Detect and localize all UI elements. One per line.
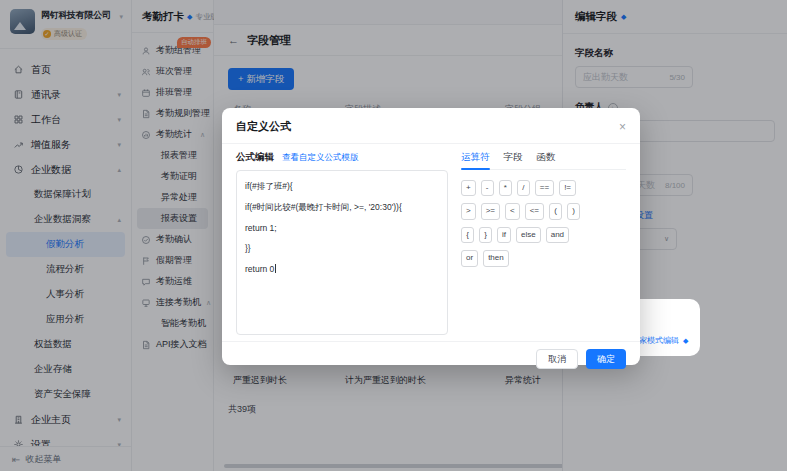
code-line: if(#时间比较#(最晚打卡时间, >=, '20:30')){ [245, 197, 439, 218]
operator-button[interactable]: } [479, 227, 492, 243]
app-window: 网钉科技有限公司 ✓ 高级认证 ▾ 首页 通讯录▾ 工作台▾ 增值服务▾ 企业数… [0, 0, 787, 471]
dialog-title: 自定义公式 [236, 119, 291, 134]
operator-button[interactable]: and [546, 227, 569, 243]
operator-button[interactable]: < [505, 203, 520, 219]
formula-editor-label: 公式编辑 [236, 151, 274, 164]
operator-button[interactable]: + [461, 180, 476, 196]
formula-toolbox-tabs: 运算符 字段 函数 [461, 151, 626, 170]
code-line: if(#排了班#){ [245, 176, 439, 197]
operator-button[interactable]: or [461, 250, 478, 266]
code-line: }} [245, 238, 439, 259]
custom-formula-dialog: 自定义公式 × 公式编辑 查看自定义公式模版 if(#排了班#){ if(#时间… [222, 108, 640, 365]
text-cursor [275, 264, 276, 273]
pro-diamond-icon: ◆ [683, 337, 688, 345]
formula-template-link[interactable]: 查看自定义公式模版 [282, 152, 359, 164]
tab-fields[interactable]: 字段 [504, 151, 523, 164]
dialog-header: 自定义公式 × [222, 108, 640, 144]
operator-button[interactable]: if [497, 227, 511, 243]
operator-button[interactable]: * [499, 180, 512, 196]
operator-button[interactable]: / [517, 180, 530, 196]
close-icon[interactable]: × [619, 121, 626, 133]
code-line: return 1; [245, 218, 439, 239]
operator-button[interactable]: { [461, 227, 474, 243]
formula-code-editor[interactable]: if(#排了班#){ if(#时间比较#(最晚打卡时间, >=, '20:30'… [236, 170, 448, 335]
operator-button[interactable]: <= [525, 203, 544, 219]
code-line: return 0 [245, 259, 439, 280]
operator-button[interactable]: ) [567, 203, 580, 219]
tab-operators[interactable]: 运算符 [461, 151, 490, 164]
operator-button[interactable]: then [483, 250, 509, 266]
tab-functions[interactable]: 函数 [537, 151, 556, 164]
operator-button[interactable]: >= [481, 203, 500, 219]
operator-button[interactable]: != [559, 180, 576, 196]
cancel-button[interactable]: 取消 [536, 349, 578, 369]
operator-button[interactable]: == [535, 180, 554, 196]
operator-button[interactable]: ( [549, 203, 562, 219]
confirm-button[interactable]: 确定 [586, 349, 626, 369]
operator-button[interactable]: - [481, 180, 494, 196]
dialog-footer: 取消 确定 [222, 341, 640, 378]
operator-button[interactable]: > [461, 203, 476, 219]
operator-button[interactable]: else [516, 227, 541, 243]
